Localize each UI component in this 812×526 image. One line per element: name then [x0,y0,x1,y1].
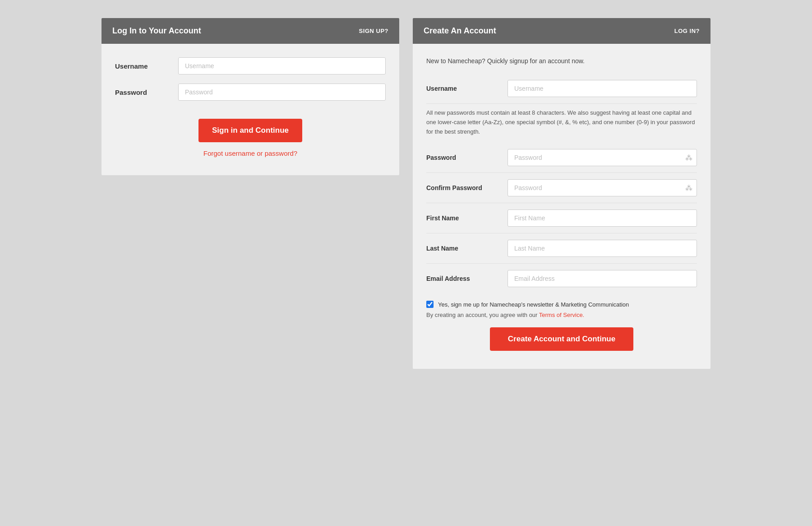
create-username-input[interactable] [508,80,697,97]
tos-link[interactable]: Terms of Service. [539,312,584,318]
newsletter-checkbox[interactable] [426,301,434,308]
create-intro-text: New to Namecheap? Quickly signup for an … [426,57,697,65]
password-hint-block: All new passwords must contain at least … [426,104,697,143]
create-password-row: Password ⁂ [426,143,697,173]
create-email-row: Email Address [426,264,697,293]
password-label: Password [115,88,169,96]
signin-button[interactable]: Sign in and Continue [198,119,302,142]
tos-text: By creating an account, you agree with o… [426,312,697,318]
signup-link[interactable]: SIGN UP? [359,28,388,34]
password-hint-text: All new passwords must contain at least … [426,108,697,136]
create-panel-title: Create An Account [424,26,496,36]
create-username-label: Username [426,85,498,92]
create-confirm-input-wrap: ⁂ [508,179,697,196]
login-panel-title: Log In to Your Account [112,26,201,36]
create-panel-header: Create An Account LOG IN? [413,18,710,44]
newsletter-label: Yes, sign me up for Namecheap's newslett… [438,301,629,308]
username-label: Username [115,62,169,70]
username-row: Username [115,57,386,74]
password-input[interactable] [178,84,386,101]
create-password-label: Password [426,154,498,161]
create-lastname-input-wrap [508,240,697,257]
create-email-input[interactable] [508,270,697,287]
login-link[interactable]: LOG IN? [674,28,700,34]
create-password-input[interactable] [508,149,697,166]
create-username-row: Username [426,74,697,104]
create-panel: Create An Account LOG IN? New to Nameche… [413,18,710,369]
create-firstname-input-wrap [508,209,697,227]
login-actions: Sign in and Continue Forgot username or … [115,114,386,157]
create-account-button[interactable]: Create Account and Continue [490,327,633,351]
login-panel: Log In to Your Account SIGN UP? Username… [102,18,399,175]
tos-prefix: By creating an account, you agree with o… [426,312,539,318]
create-email-label: Email Address [426,275,498,282]
newsletter-row: Yes, sign me up for Namecheap's newslett… [426,293,697,312]
create-password-input-wrap: ⁂ [508,149,697,166]
create-confirm-label: Confirm Password [426,184,498,191]
login-panel-body: Username Password Sign in and Continue F… [102,44,399,175]
create-firstname-input[interactable] [508,209,697,227]
create-lastname-row: Last Name [426,233,697,264]
create-firstname-label: First Name [426,214,498,222]
create-confirm-input[interactable] [508,179,697,196]
confirm-toggle-icon[interactable]: ⁂ [685,184,692,192]
create-username-input-wrap [508,80,697,97]
username-input[interactable] [178,57,386,74]
create-lastname-label: Last Name [426,245,498,252]
login-form: Username Password Sign in and Continue F… [115,57,386,157]
password-row: Password [115,84,386,101]
forgot-link[interactable]: Forgot username or password? [203,149,297,157]
create-form: Username All new passwords must contain … [426,74,697,293]
create-email-input-wrap [508,270,697,287]
password-toggle-icon[interactable]: ⁂ [685,154,692,162]
create-confirm-row: Confirm Password ⁂ [426,173,697,203]
login-panel-header: Log In to Your Account SIGN UP? [102,18,399,44]
create-lastname-input[interactable] [508,240,697,257]
create-firstname-row: First Name [426,203,697,233]
create-panel-body: New to Namecheap? Quickly signup for an … [413,44,710,369]
create-btn-wrap: Create Account and Continue [426,327,697,351]
